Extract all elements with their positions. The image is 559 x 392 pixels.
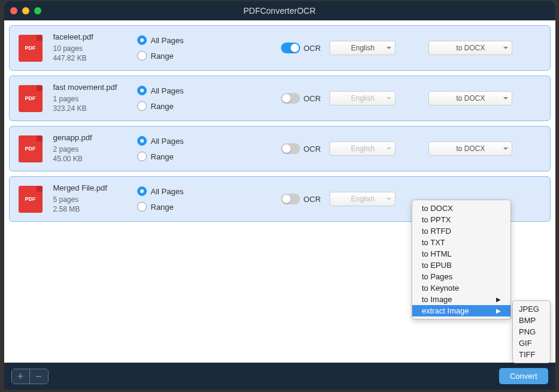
file-name: faceleet.pdf — [53, 32, 137, 41]
menu-item-label: to PPTX — [422, 215, 451, 224]
ocr-switch[interactable] — [281, 194, 300, 204]
range-option[interactable]: Range — [137, 202, 215, 212]
menu-item-label: to RTFD — [422, 227, 451, 236]
radio-icon — [137, 101, 147, 111]
file-info: genapp.pdf2 pages45.00 KB — [53, 133, 137, 164]
menu-item-label: to DOCX — [422, 204, 453, 213]
submenu-item[interactable]: PNG — [513, 326, 550, 337]
pdf-icon: PDF — [19, 186, 43, 213]
format-dropdown[interactable]: to DOCX — [428, 91, 512, 105]
all-pages-label: All Pages — [151, 137, 184, 146]
format-dropdown[interactable]: to DOCX — [428, 141, 512, 156]
page-options: All PagesRange — [137, 35, 215, 61]
all-pages-label: All Pages — [151, 187, 184, 196]
range-option[interactable]: Range — [137, 101, 215, 111]
language-dropdown[interactable]: English — [330, 41, 395, 55]
footer: + − Convert — [4, 363, 555, 390]
ocr-label: OCR — [304, 195, 321, 204]
menu-item-label: to Keynote — [422, 284, 459, 293]
submenu-item[interactable]: TIFF — [513, 349, 550, 360]
ocr-switch[interactable] — [281, 143, 300, 154]
file-size: 447.82 KB — [53, 54, 137, 62]
range-label: Range — [151, 152, 174, 161]
all-pages-option[interactable]: All Pages — [137, 136, 215, 146]
ocr-switch[interactable] — [281, 43, 300, 53]
ocr-section: OCREnglish — [281, 91, 396, 105]
menu-item[interactable]: to PPTX — [412, 214, 510, 225]
range-option[interactable]: Range — [137, 152, 215, 161]
radio-icon — [137, 202, 147, 212]
file-info: Merged File.pdf5 pages2.58 MB — [53, 183, 137, 215]
convert-button[interactable]: Convert — [499, 368, 548, 384]
file-info: fast movement.pdf1 pages323.24 KB — [53, 83, 137, 114]
menu-item-label: to Pages — [422, 272, 452, 281]
submenu-arrow-icon: ▶ — [496, 296, 501, 303]
menu-item[interactable]: to RTFD — [412, 225, 510, 237]
ocr-section: OCREnglish — [281, 192, 396, 206]
format-menu: to DOCXto PPTXto RTFDto TXTto HTMLto EPU… — [412, 200, 511, 319]
menu-item[interactable]: to Keynote — [412, 282, 510, 294]
file-pages: 1 pages — [53, 95, 137, 103]
page-options: All PagesRange — [137, 186, 215, 212]
file-name: genapp.pdf — [53, 133, 137, 142]
ocr-label: OCR — [304, 144, 321, 153]
ocr-label: OCR — [304, 44, 321, 53]
format-submenu: JPEGBMPPNGGIFTIFF — [512, 300, 551, 363]
menu-item-label: to EPUB — [422, 261, 452, 270]
radio-icon — [137, 152, 147, 161]
all-pages-label: All Pages — [151, 36, 184, 45]
file-pages: 10 pages — [53, 44, 137, 53]
file-row[interactable]: PDFfaceleet.pdf10 pages447.82 KBAll Page… — [9, 25, 551, 71]
radio-icon — [137, 136, 147, 146]
menu-item[interactable]: to Pages — [412, 271, 510, 282]
menu-item-label: to Image — [422, 295, 452, 304]
range-option[interactable]: Range — [137, 51, 215, 61]
menu-item-label: to HTML — [422, 249, 452, 258]
menu-item[interactable]: to TXT — [412, 237, 510, 248]
page-options: All PagesRange — [137, 136, 215, 161]
add-remove-group: + − — [11, 369, 49, 384]
file-info: faceleet.pdf10 pages447.82 KB — [53, 32, 137, 64]
all-pages-option[interactable]: All Pages — [137, 86, 215, 95]
menu-item-label: extract Image — [422, 306, 469, 315]
radio-icon — [137, 86, 147, 95]
menu-item[interactable]: to Image▶ — [412, 294, 510, 305]
window-title: PDFConverterOCR — [4, 6, 555, 16]
file-pages: 2 pages — [53, 145, 137, 153]
ocr-switch[interactable] — [281, 93, 300, 104]
menu-item[interactable]: extract Image▶ — [412, 305, 510, 316]
radio-icon — [137, 186, 147, 196]
add-button[interactable]: + — [12, 369, 30, 384]
all-pages-option[interactable]: All Pages — [137, 35, 215, 45]
all-pages-label: All Pages — [151, 86, 184, 95]
ocr-section: OCREnglish — [281, 141, 396, 156]
file-size: 45.00 KB — [53, 155, 137, 163]
page-options: All PagesRange — [137, 86, 215, 111]
file-size: 2.58 MB — [53, 205, 137, 213]
ocr-section: OCREnglish — [281, 41, 396, 55]
app-window: PDFConverterOCR PDFfaceleet.pdf10 pages4… — [4, 1, 555, 390]
file-name: Merged File.pdf — [53, 183, 137, 192]
submenu-item[interactable]: GIF — [513, 337, 550, 349]
submenu-item[interactable]: BMP — [513, 315, 550, 326]
titlebar: PDFConverterOCR — [4, 1, 555, 20]
radio-icon — [137, 35, 147, 45]
range-label: Range — [151, 52, 174, 61]
language-dropdown: English — [330, 141, 395, 156]
menu-item[interactable]: to HTML — [412, 248, 510, 260]
radio-icon — [137, 51, 147, 61]
remove-button[interactable]: − — [30, 369, 48, 384]
submenu-item[interactable]: JPEG — [513, 303, 550, 315]
pdf-icon: PDF — [19, 85, 43, 112]
language-dropdown: English — [330, 192, 395, 206]
file-size: 323.24 KB — [53, 104, 137, 113]
file-pages: 5 pages — [53, 195, 137, 204]
all-pages-option[interactable]: All Pages — [137, 186, 215, 196]
file-row[interactable]: PDFfast movement.pdf1 pages323.24 KBAll … — [9, 76, 551, 121]
pdf-icon: PDF — [19, 35, 43, 62]
format-dropdown[interactable]: to DOCX — [428, 41, 512, 55]
file-row[interactable]: PDFgenapp.pdf2 pages45.00 KBAll PagesRan… — [9, 126, 551, 171]
submenu-arrow-icon: ▶ — [496, 307, 501, 314]
menu-item[interactable]: to EPUB — [412, 260, 510, 271]
menu-item[interactable]: to DOCX — [412, 203, 510, 214]
